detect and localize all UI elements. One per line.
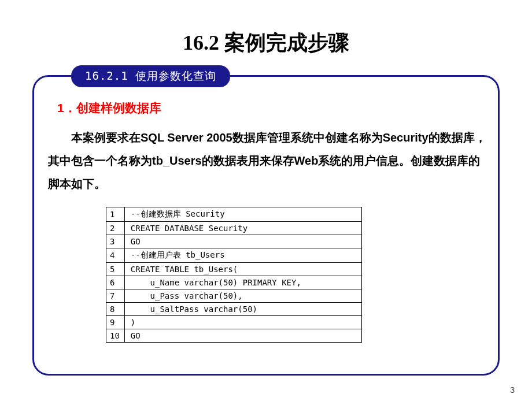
code-row: 10GO [106,329,362,343]
code-line: --创建数据库 Security [124,207,361,222]
code-line: u_SaltPass varchar(50) [124,303,361,316]
line-number: 6 [106,276,125,289]
code-row: 2CREATE DATABASE Security [106,222,362,235]
line-number: 2 [106,222,125,235]
page-number: 3 [510,385,515,395]
line-number: 10 [106,329,125,343]
code-line: CREATE DATABASE Security [124,222,361,235]
content-frame: 16.2.1 使用参数化查询 1．创建样例数据库 本案例要求在SQL Serve… [32,75,500,376]
code-line: --创建用户表 tb_Users [124,248,361,263]
code-row: 4--创建用户表 tb_Users [106,248,362,263]
code-line: u_Pass varchar(50), [124,289,361,303]
body-paragraph: 本案例要求在SQL Server 2005数据库管理系统中创建名称为Securi… [48,126,487,195]
line-number: 7 [106,289,125,303]
code-line: GO [124,329,361,343]
code-line: ) [124,316,361,329]
code-line: CREATE TABLE tb_Users( [124,263,361,276]
code-row: 5CREATE TABLE tb_Users( [106,263,362,276]
line-number: 9 [106,316,125,329]
slide: 16.2 案例完成步骤 16.2.1 使用参数化查询 1．创建样例数据库 本案例… [0,0,532,405]
line-number: 1 [106,207,125,222]
code-line: u_Name varchar(50) PRIMARY KEY, [124,276,361,289]
line-number: 4 [106,248,125,263]
code-row: 3GO [106,235,362,248]
line-number: 5 [106,263,125,276]
line-number: 8 [106,303,125,316]
line-number: 3 [106,235,125,248]
slide-title: 16.2 案例完成步骤 [0,29,532,57]
code-block: 1--创建数据库 Security 2CREATE DATABASE Secur… [106,207,362,343]
section-subtitle: 1．创建样例数据库 [57,100,161,116]
code-row: 8 u_SaltPass varchar(50) [106,303,362,316]
code-row: 1--创建数据库 Security [106,207,362,222]
code-row: 6 u_Name varchar(50) PRIMARY KEY, [106,276,362,289]
code-row: 9) [106,316,362,329]
code-row: 7 u_Pass varchar(50), [106,289,362,303]
code-line: GO [124,235,361,248]
subsection-label: 16.2.1 使用参数化查询 [71,65,230,87]
code-body: 1--创建数据库 Security 2CREATE DATABASE Secur… [106,207,362,343]
